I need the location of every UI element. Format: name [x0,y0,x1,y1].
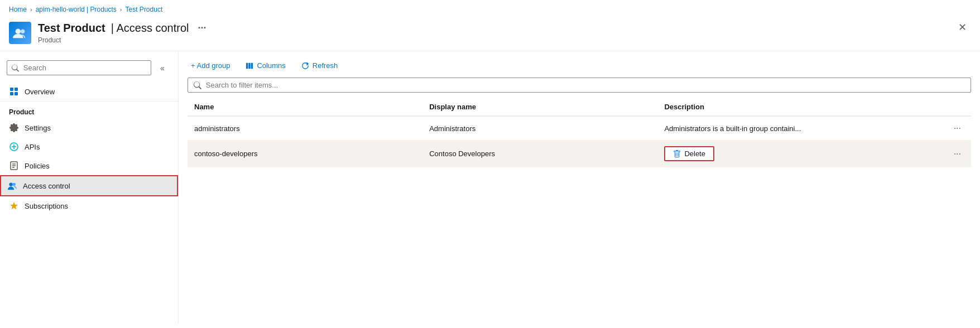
product-avatar [9,22,31,44]
sidebar-item-label-subscriptions: Subscriptions [25,202,68,210]
breadcrumb-apim[interactable]: apim-hello-world | Products [36,6,117,13]
breadcrumb-product[interactable]: Test Product [126,6,163,13]
row-description-with-delete: Delete [657,141,931,167]
apis-icon [9,142,19,152]
breadcrumb-home[interactable]: Home [9,6,27,13]
sidebar-collapse-btn[interactable]: « [156,61,169,75]
svg-point-0 [16,28,21,33]
page-title-section: | Access control [111,22,189,35]
sidebar-item-label-apis: APIs [25,143,40,151]
sidebar-item-access-control[interactable]: Access control [0,175,178,196]
header-more-btn[interactable]: ··· [194,21,209,35]
access-control-icon [7,181,17,191]
svg-point-11 [9,182,12,186]
filter-bar [188,78,971,93]
delete-action-container: Delete [664,146,714,161]
policies-icon [9,161,19,171]
delete-icon [673,150,681,158]
page-subtitle: Product [38,36,209,44]
row-displayname: Contoso Developers [422,141,657,167]
close-button[interactable]: ✕ [954,19,971,36]
svg-rect-5 [15,92,18,95]
svg-point-1 [21,29,25,33]
sidebar: « Overview Product Settings APIs Po [0,51,179,324]
sidebar-item-label-policies: Policies [25,162,50,170]
col-header-displayname: Display name [422,98,657,116]
refresh-button[interactable]: Refresh [298,59,342,72]
row-more-button-2[interactable]: ··· [950,148,964,160]
main-layout: « Overview Product Settings APIs Po [0,51,980,324]
svg-rect-2 [10,88,13,91]
breadcrumb: Home › apim-hello-world | Products › Tes… [0,0,980,19]
sidebar-item-label-overview: Overview [25,88,55,96]
groups-table: Name Display name Description administra… [188,98,971,167]
sidebar-item-apis[interactable]: APIs [0,137,178,156]
col-header-description: Description [657,98,931,116]
main-content: + Add group Columns Refresh Name Display [179,51,980,324]
svg-rect-16 [251,62,253,69]
page-title-product: Test Product [38,22,105,35]
row-name: contoso-developers [188,141,422,167]
settings-icon [9,123,19,133]
svg-rect-4 [10,92,13,95]
filter-input[interactable] [206,81,965,89]
columns-icon [246,62,253,70]
row-more-button[interactable]: ··· [950,122,964,134]
refresh-icon [301,62,309,70]
row-name: administrators [188,116,422,141]
row-description: Administrators is a built-in group conta… [657,116,931,141]
sidebar-search-input[interactable] [23,64,146,72]
content-toolbar: + Add group Columns Refresh [188,51,971,78]
sidebar-item-label-settings: Settings [25,124,51,132]
table-row: contoso-developers Contoso Developers De… [188,141,971,167]
row-displayname: Administrators [422,116,657,141]
delete-button[interactable]: Delete [684,149,705,158]
sidebar-item-policies[interactable]: Policies [0,156,178,175]
page-header: Test Product | Access control ··· Produc… [0,19,980,51]
table-row: administrators Administrators Administra… [188,116,971,141]
sidebar-search-container [7,60,151,75]
sidebar-item-overview[interactable]: Overview [0,82,178,101]
col-header-actions [932,98,971,116]
svg-point-12 [12,183,16,186]
sidebar-item-label-access-control: Access control [23,182,70,190]
filter-search-icon [194,81,201,89]
row-actions-cell: ··· [932,116,971,141]
sidebar-item-settings[interactable]: Settings [0,118,178,137]
search-icon [12,64,19,72]
row-actions-cell-2: ··· [932,141,971,167]
add-group-button[interactable]: + Add group [188,59,233,72]
svg-rect-14 [246,62,248,69]
overview-icon [9,86,19,97]
svg-marker-13 [10,202,18,210]
svg-rect-3 [15,88,18,91]
svg-rect-15 [249,62,251,69]
columns-button[interactable]: Columns [242,59,289,72]
subscriptions-icon [9,201,19,211]
col-header-name: Name [188,98,422,116]
sidebar-section-product: Product [0,101,178,118]
sidebar-item-subscriptions[interactable]: Subscriptions [0,196,178,215]
